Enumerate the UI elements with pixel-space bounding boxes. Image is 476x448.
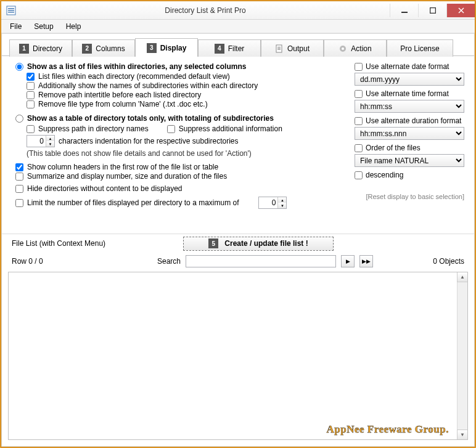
spin-up-icon[interactable]: ▲ — [278, 197, 286, 203]
chk-alt-duration[interactable] — [355, 117, 363, 125]
chk-suppress-path[interactable] — [27, 125, 35, 133]
search-next-button[interactable]: ▶ — [341, 255, 355, 267]
menubar: File Setup Help — [1, 20, 475, 33]
svg-point-11 — [342, 47, 344, 50]
document-icon — [275, 44, 284, 53]
tab-output[interactable]: Output — [261, 39, 324, 57]
indent-spinner[interactable]: ▲▼ — [27, 135, 55, 147]
svg-rect-9 — [277, 49, 281, 50]
spin-down-icon[interactable]: ▼ — [46, 141, 54, 147]
watermark: AppNee Freeware Group. — [327, 423, 449, 436]
chk-show-subdir-names[interactable] — [27, 82, 35, 90]
tab-strip: 1Directory 2Columns 3Display 4Filter Out… — [2, 34, 474, 56]
select-duration-format[interactable]: hh:mm:ss.nnn — [355, 127, 464, 140]
search-fast-button[interactable]: ▶▶ — [359, 255, 373, 267]
scroll-up-icon[interactable]: ▲ — [457, 272, 468, 282]
radio-table-mode[interactable] — [15, 115, 23, 123]
select-time-format[interactable]: hh:mm:ss — [355, 100, 464, 113]
limit-spinner[interactable]: ▲▼ — [258, 197, 287, 209]
chk-remove-filetype[interactable] — [27, 100, 35, 108]
menu-help[interactable]: Help — [61, 21, 86, 32]
gear-icon — [339, 44, 347, 53]
svg-rect-8 — [277, 48, 281, 49]
svg-rect-2 — [8, 10, 14, 11]
chk-remove-intertitle[interactable] — [27, 91, 35, 99]
app-icon — [6, 6, 16, 15]
window-title: Directory List & Print Pro — [21, 6, 390, 15]
row-counter: Row 0 / 0 — [12, 257, 146, 266]
select-order[interactable]: File name NATURAL — [355, 154, 464, 167]
indent-value[interactable] — [27, 136, 46, 147]
maximize-button[interactable] — [418, 4, 446, 17]
tab-pro-license[interactable]: Pro License — [387, 39, 453, 57]
file-list-area[interactable]: ▲ ▼ AppNee Freeware Group. — [8, 272, 468, 441]
search-input[interactable] — [186, 255, 336, 267]
scroll-down-icon[interactable]: ▼ — [457, 430, 468, 440]
create-update-button[interactable]: 5Create / update file list ! — [183, 237, 334, 251]
tab-columns[interactable]: 2Columns — [72, 39, 135, 57]
svg-rect-5 — [430, 7, 435, 13]
svg-rect-7 — [277, 47, 281, 47]
menu-setup[interactable]: Setup — [29, 21, 58, 32]
limit-value[interactable] — [259, 197, 277, 208]
tab-filter[interactable]: 4Filter — [198, 39, 261, 57]
objects-count: 0 Objects — [433, 257, 464, 266]
spin-down-icon[interactable]: ▼ — [278, 203, 286, 208]
reset-link[interactable]: [Reset display to basic selection] — [355, 193, 464, 200]
tab-display[interactable]: 3Display — [135, 38, 198, 57]
close-button[interactable] — [446, 4, 475, 17]
chk-descending[interactable] — [355, 171, 363, 179]
table-note: (This table does not show file details a… — [15, 149, 347, 158]
select-date-format[interactable]: dd.mm.yyyy — [355, 73, 464, 86]
file-list-label: File List (with Context Menu) — [12, 239, 178, 248]
chk-limit-files[interactable] — [15, 199, 23, 207]
svg-rect-4 — [401, 12, 408, 13]
chk-suppress-additional[interactable] — [167, 125, 175, 133]
chk-alt-date[interactable] — [355, 63, 363, 71]
menu-file[interactable]: File — [5, 21, 27, 32]
tab-directory[interactable]: 1Directory — [9, 39, 72, 57]
titlebar: Directory List & Print Pro — [1, 1, 475, 20]
chk-list-files[interactable] — [27, 73, 35, 81]
radio-table-label: Show as a table of directory totals only… — [27, 114, 274, 123]
radio-list-label: Show as a list of files within directori… — [27, 62, 246, 71]
chk-column-headers[interactable] — [15, 163, 23, 171]
svg-rect-3 — [8, 12, 14, 13]
search-label: Search — [151, 257, 181, 266]
chk-summarize[interactable] — [15, 173, 23, 181]
svg-rect-1 — [8, 8, 14, 9]
vertical-scrollbar[interactable]: ▲ ▼ — [457, 272, 467, 440]
radio-list-mode[interactable] — [15, 63, 23, 71]
minimize-button[interactable] — [390, 4, 418, 17]
tab-action[interactable]: Action — [324, 39, 387, 57]
chk-alt-time[interactable] — [355, 90, 363, 98]
chk-hide-empty[interactable] — [15, 185, 23, 193]
chk-order-files[interactable] — [355, 144, 363, 152]
spin-up-icon[interactable]: ▲ — [46, 136, 54, 141]
